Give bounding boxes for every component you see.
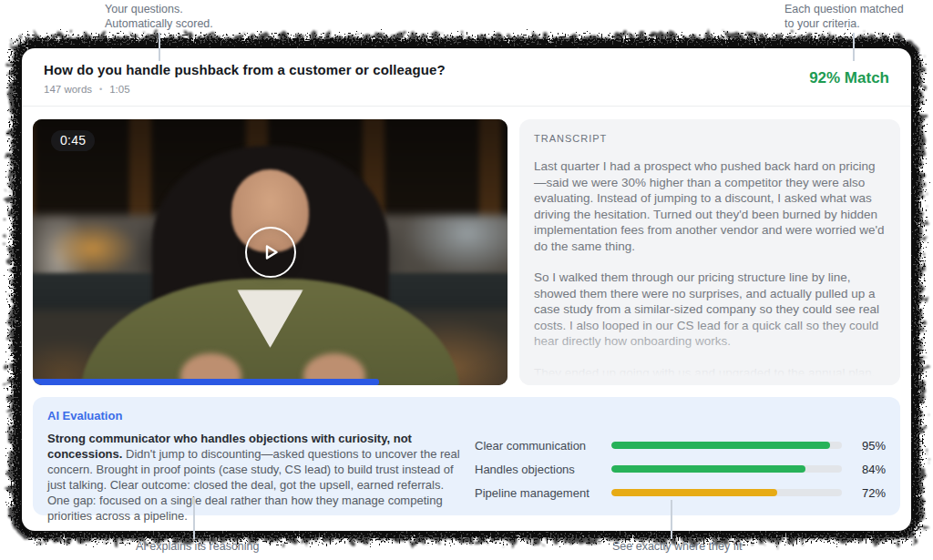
- question-title: How do you handle pushback from a custom…: [44, 62, 446, 77]
- page: How do you handle pushback from a custom…: [0, 0, 933, 560]
- question-header: How do you handle pushback from a custom…: [33, 62, 900, 95]
- score-value: 72%: [849, 486, 886, 500]
- score-label: Pipeline management: [475, 486, 602, 500]
- answer-duration: 1:05: [109, 84, 129, 95]
- video-timestamp-badge: 0:45: [51, 130, 95, 151]
- meta-separator-dot: •: [99, 85, 102, 94]
- question-block: How do you handle pushback from a custom…: [44, 62, 446, 95]
- annotation-bottom-right: See exactly where they fit: [612, 539, 742, 554]
- score-bar-fill: [611, 489, 777, 496]
- video-player[interactable]: 0:45: [33, 119, 508, 385]
- play-button[interactable]: [245, 227, 296, 278]
- ai-evaluation-body: Strong communicator who handles objectio…: [47, 431, 886, 524]
- score-bar-track: [611, 489, 842, 496]
- connector-top-left: [159, 33, 160, 61]
- transcript-label: TRANSCRIPT: [534, 133, 886, 144]
- play-icon: [261, 242, 281, 262]
- score-value: 95%: [849, 439, 886, 453]
- score-label: Handles objections: [475, 463, 602, 476]
- score-row: Handles objections 84%: [475, 457, 886, 481]
- score-list: Clear communication 95% Handles objectio…: [475, 431, 886, 524]
- annotation-line: Each question matched: [784, 2, 904, 16]
- annotation-line: to your criteria.: [784, 16, 904, 31]
- annotation-line: Automatically scored.: [105, 16, 213, 31]
- score-row: Clear communication 95%: [475, 433, 886, 457]
- score-row: Pipeline management 72%: [475, 481, 886, 504]
- connector-top-right: [853, 33, 855, 61]
- ai-evaluation-title: AI Evaluation: [47, 409, 886, 423]
- video-progress-fill: [33, 379, 379, 385]
- transcript-paragraph: So I walked them through our pricing str…: [534, 270, 886, 350]
- ai-evaluation-card: AI Evaluation Strong communicator who ha…: [33, 397, 900, 515]
- transcript-panel[interactable]: TRANSCRIPT Last quarter I had a prospect…: [519, 119, 900, 385]
- connector-bottom-left: [193, 497, 195, 539]
- assessment-card: How do you handle pushback from a custom…: [22, 48, 911, 531]
- connector-bottom-right: [671, 500, 672, 539]
- word-count: 147 words: [44, 84, 92, 95]
- evaluation-summary: Strong communicator who handles objectio…: [47, 431, 464, 524]
- transcript-paragraph: They ended up going with us and upgraded…: [534, 365, 886, 382]
- score-value: 84%: [849, 463, 886, 476]
- header-divider: [22, 106, 911, 107]
- annotation-top-left: Your questions. Automatically scored.: [105, 2, 213, 31]
- score-label: Clear communication: [475, 439, 602, 453]
- annotation-line: Your questions.: [105, 2, 213, 16]
- content-row: 0:45 TRANSCRIPT Last quarter I had a pro…: [33, 119, 900, 385]
- score-bar-fill: [611, 442, 830, 449]
- transcript-paragraph: Last quarter I had a prospect who pushed…: [534, 158, 886, 254]
- score-bar-track: [611, 442, 842, 449]
- annotation-top-right: Each question matched to your criteria.: [784, 2, 904, 31]
- match-score-badge: 92% Match: [809, 69, 889, 87]
- question-meta: 147 words • 1:05: [44, 84, 446, 95]
- annotation-bottom-left: AI explains its reasoning: [136, 539, 260, 554]
- score-bar-track: [611, 465, 842, 473]
- video-progress-bar[interactable]: [33, 379, 508, 385]
- score-bar-fill: [611, 465, 805, 473]
